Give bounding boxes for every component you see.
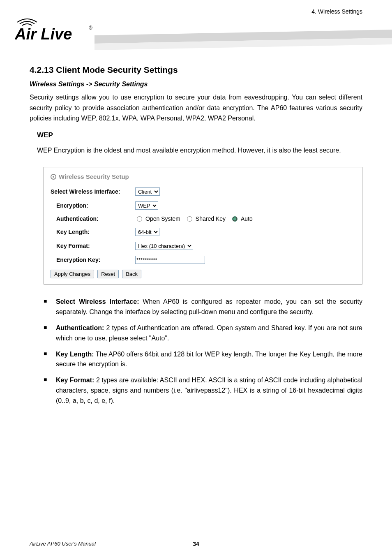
footer-title: AirLive AP60 User's Manual bbox=[30, 541, 96, 547]
wep-description: WEP Encryption is the oldest and most av… bbox=[37, 145, 362, 156]
bullet-icon bbox=[51, 174, 56, 180]
wep-heading: WEP bbox=[37, 131, 362, 139]
panel-title: Wireless Security Setup bbox=[51, 173, 355, 180]
keyformat-dropdown[interactable]: Hex (10 characters) bbox=[135, 242, 193, 250]
auth-auto-label: Auto bbox=[241, 215, 253, 222]
auth-shared-radio[interactable] bbox=[187, 216, 192, 222]
select-interface-dropdown[interactable]: Client bbox=[135, 187, 160, 196]
intro-paragraph: Security settings allow you to use encry… bbox=[30, 92, 362, 124]
keylength-dropdown[interactable]: 64-bit bbox=[135, 228, 159, 236]
svg-text:Air Live: Air Live bbox=[15, 25, 72, 43]
authentication-label: Authentication: bbox=[56, 215, 135, 222]
back-button[interactable]: Back bbox=[122, 270, 141, 278]
auth-open-radio[interactable] bbox=[137, 216, 142, 222]
auth-auto-radio[interactable] bbox=[232, 216, 238, 222]
svg-text:®: ® bbox=[89, 25, 92, 31]
security-setup-panel: Wireless Security Setup Select Wireless … bbox=[44, 167, 362, 284]
encryption-dropdown[interactable]: WEP bbox=[135, 201, 158, 210]
encryptionkey-input[interactable] bbox=[135, 256, 205, 264]
encryption-label: Encryption: bbox=[56, 202, 135, 209]
reset-button[interactable]: Reset bbox=[97, 270, 119, 278]
list-item: Key Format: 2 types are available: ASCII… bbox=[44, 375, 362, 406]
auth-shared-label: Shared Key bbox=[196, 215, 226, 222]
panel-title-text: Wireless Security Setup bbox=[59, 173, 129, 180]
header-ribbon bbox=[95, 30, 392, 51]
keyformat-label: Key Format: bbox=[56, 243, 135, 249]
list-item: Authentication: 2 types of Authenticatio… bbox=[44, 323, 362, 344]
list-item: Key Length: The AP60 offers 64bit and 12… bbox=[44, 349, 362, 370]
encryptionkey-label: Encryption Key: bbox=[56, 257, 135, 263]
auth-open-label: Open System bbox=[145, 215, 180, 222]
brand-logo: Air Live ® bbox=[15, 13, 97, 44]
breadcrumb: Wireless Settings -> Security Settings bbox=[30, 81, 362, 88]
list-item: Select Wireless Interface: When AP60 is … bbox=[44, 297, 362, 317]
section-title: 4.2.13 Client Mode Security Settings bbox=[30, 65, 362, 75]
select-interface-label: Select Wireless Interface: bbox=[51, 188, 135, 195]
page-number: 34 bbox=[193, 541, 199, 547]
apply-changes-button[interactable]: Apply Changes bbox=[51, 270, 94, 278]
keylength-label: Key Length: bbox=[56, 229, 135, 235]
page-context: 4. Wireless Settings bbox=[311, 8, 362, 15]
